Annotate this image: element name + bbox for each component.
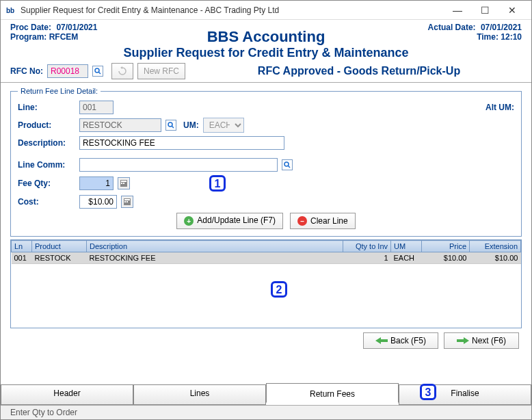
minus-icon: – xyxy=(297,216,307,226)
description-input[interactable] xyxy=(79,136,284,150)
cell-um: EACH xyxy=(391,252,422,264)
line-comm-input[interactable] xyxy=(79,158,278,172)
window-controls: — ☐ ✕ xyxy=(444,3,526,18)
svg-line-2 xyxy=(98,72,101,74)
col-um[interactable]: UM xyxy=(391,241,422,252)
svg-rect-15 xyxy=(127,201,128,202)
arrow-left-icon xyxy=(375,337,388,344)
col-qty[interactable]: Qty to Inv xyxy=(343,241,391,252)
nav-row: Back (F5) Next (F6) xyxy=(10,328,522,353)
cell-ext: $10.00 xyxy=(470,252,521,264)
product-label: Product: xyxy=(18,120,75,130)
svg-marker-17 xyxy=(457,337,469,344)
svg-rect-14 xyxy=(124,201,126,202)
content-area: Proc Date: 07/01/2021 Actual Date: 07/01… xyxy=(1,20,531,419)
lines-grid[interactable]: Ln Product Description Qty to Inv UM Pri… xyxy=(10,239,522,328)
cell-product: RESTOCK xyxy=(32,252,87,264)
svg-line-5 xyxy=(172,126,174,128)
col-ln[interactable]: Ln xyxy=(12,241,32,252)
status-bar: Enter Qty to Order xyxy=(1,405,531,419)
app-subtitle: Supplier Request for Credit Entry & Main… xyxy=(113,46,419,60)
add-update-line-button[interactable]: + Add/Update Line (F7) xyxy=(176,213,283,229)
app-icon: bb xyxy=(6,5,17,16)
cell-ln: 001 xyxy=(12,252,32,264)
col-price[interactable]: Price xyxy=(422,241,470,252)
next-label: Next (F6) xyxy=(472,336,506,345)
um-label: UM: xyxy=(183,120,199,130)
proc-date-label: Proc Date: xyxy=(10,23,51,32)
plus-icon: + xyxy=(184,216,194,226)
um-select: EACH xyxy=(203,118,244,133)
time-label: Time: xyxy=(477,32,498,42)
tab-bar: Header Lines Return Fees 3 Finalise xyxy=(1,384,531,405)
detail-legend: Return Fee Line Detail: xyxy=(18,87,101,95)
cost-input[interactable] xyxy=(79,195,117,209)
rfc-status: RFC Approved - Goods Return/Pick-Up xyxy=(196,65,522,77)
clear-line-button[interactable]: – Clear Line xyxy=(290,213,356,229)
cost-calc-icon[interactable] xyxy=(121,196,133,208)
grid-header-row: Ln Product Description Qty to Inv UM Pri… xyxy=(12,241,521,252)
actual-date-label: Actual Date: xyxy=(428,23,476,32)
svg-marker-3 xyxy=(120,66,122,69)
svg-line-7 xyxy=(288,166,290,168)
tab-finalise-label: Finalise xyxy=(451,389,479,398)
svg-rect-13 xyxy=(124,199,130,200)
svg-rect-10 xyxy=(121,183,122,184)
body: Return Fee Line Detail: Line: Alt UM: Pr… xyxy=(1,83,531,384)
cell-description: RESTOCKING FEE xyxy=(87,252,343,264)
col-ext[interactable]: Extension xyxy=(470,241,521,252)
product-search-icon[interactable] xyxy=(165,120,176,131)
linecomm-search-icon[interactable] xyxy=(282,159,293,170)
rfc-no-input[interactable] xyxy=(47,64,88,78)
fee-qty-input[interactable] xyxy=(79,176,114,190)
add-update-label: Add/Update Line (F7) xyxy=(197,216,276,225)
linecomm-label: Line Comm: xyxy=(18,160,75,170)
program-label: Program: xyxy=(10,32,46,42)
arrow-right-icon xyxy=(457,337,469,344)
back-button[interactable]: Back (F5) xyxy=(363,332,438,349)
tab-header[interactable]: Header xyxy=(1,385,133,405)
refresh-button[interactable] xyxy=(111,63,133,79)
cell-price: $10.00 xyxy=(422,252,470,264)
app-window: bb Supplier Request for Credit Entry & M… xyxy=(0,0,532,420)
col-description[interactable]: Description xyxy=(87,241,343,252)
tab-lines[interactable]: Lines xyxy=(133,385,266,405)
titlebar: bb Supplier Request for Credit Entry & M… xyxy=(1,1,531,20)
desc-label: Description: xyxy=(18,138,75,148)
feeqty-calc-icon[interactable] xyxy=(118,177,130,189)
svg-marker-16 xyxy=(375,337,388,344)
rfc-no-label: RFC No: xyxy=(10,66,43,76)
minimize-button[interactable]: — xyxy=(444,3,471,18)
new-rfc-button[interactable]: New RFC xyxy=(137,63,185,79)
app-title: BBS Accounting xyxy=(113,28,419,46)
feeqty-label: Fee Qty: xyxy=(18,179,75,188)
maximize-button[interactable]: ☐ xyxy=(471,3,498,18)
next-button[interactable]: Next (F6) xyxy=(444,332,519,349)
callout-2: 2 xyxy=(271,281,287,298)
callout-1: 1 xyxy=(209,175,226,192)
tab-finalise[interactable]: 3 Finalise xyxy=(399,385,531,405)
rfc-row: RFC No: New RFC RFC Approved - Goods Ret… xyxy=(1,60,531,83)
tab-return-fees[interactable]: Return Fees xyxy=(266,383,399,403)
back-label: Back (F5) xyxy=(390,336,426,345)
cell-qty: 1 xyxy=(343,252,391,264)
callout-3: 3 xyxy=(420,384,436,400)
svg-rect-9 xyxy=(121,181,127,182)
line-input xyxy=(79,101,114,114)
rfc-search-icon[interactable] xyxy=(92,66,103,77)
program-code: RFCEM xyxy=(49,32,79,42)
time-value: 12:10 xyxy=(501,32,522,42)
svg-rect-11 xyxy=(123,183,124,184)
close-button[interactable]: ✕ xyxy=(498,3,526,18)
proc-date: 07/01/2021 xyxy=(56,23,97,32)
alt-um-label: Alt UM: xyxy=(486,103,514,112)
window-title: Supplier Request for Credit Entry & Main… xyxy=(21,5,444,15)
clear-line-label: Clear Line xyxy=(310,216,348,226)
product-input[interactable] xyxy=(79,118,161,132)
col-product[interactable]: Product xyxy=(32,241,87,252)
table-row[interactable]: 001 RESTOCK RESTOCKING FEE 1 EACH $10.00… xyxy=(12,252,521,264)
svg-text:bb: bb xyxy=(6,7,14,14)
line-label: Line: xyxy=(18,103,75,112)
actual-date: 07/01/2021 xyxy=(481,23,522,32)
return-fee-detail-group: Return Fee Line Detail: Line: Alt UM: Pr… xyxy=(10,87,522,237)
